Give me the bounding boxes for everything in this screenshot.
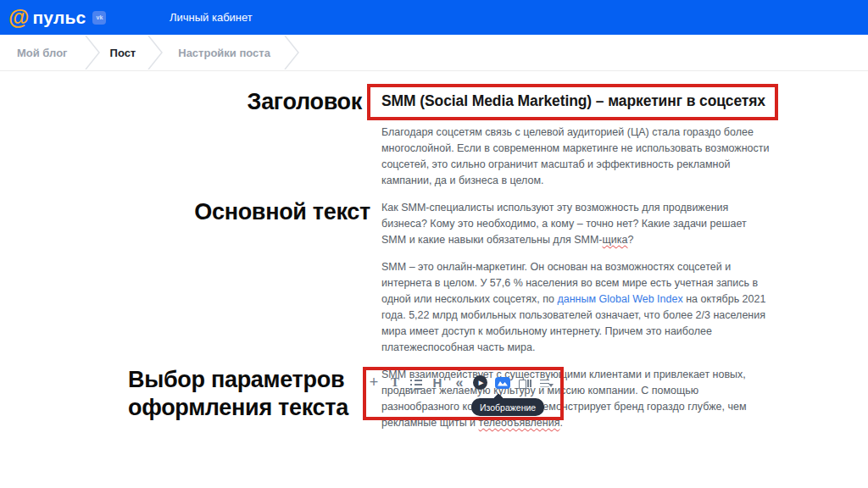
misspelled-word: телеобъявления xyxy=(479,417,560,429)
misspelled-word: щика xyxy=(603,234,628,246)
pulse-post-editor-screen: @ пульс vk Личный кабинет Мой блог Пост … xyxy=(0,0,868,488)
image-tooltip: Изображение xyxy=(471,398,544,416)
post-body-editor[interactable]: Благодаря соцсетям связь с целевой аудит… xyxy=(381,125,773,442)
quote-icon[interactable]: « xyxy=(452,376,465,390)
mailru-at-icon: @ xyxy=(8,7,29,28)
annotation-toolbar-label: Выбор параметров оформления текста xyxy=(128,366,348,422)
bulleted-list-icon[interactable] xyxy=(409,376,423,390)
annotation-toolbar-label-line2: оформления текста xyxy=(128,394,348,422)
breadcrumb-item-post[interactable]: Пост xyxy=(110,47,136,59)
annotation-toolbar-label-line1: Выбор параметров xyxy=(128,366,348,394)
text-icon[interactable]: T xyxy=(388,376,402,390)
post-paragraph[interactable]: Как SMM-специалисты используют эту возмо… xyxy=(381,200,773,248)
paragraph-text: . xyxy=(559,417,562,429)
breadcrumb-chevron-icon xyxy=(146,36,164,69)
paragraph-text: Благодаря соцсетям связь с целевой аудит… xyxy=(381,126,769,186)
post-title-field[interactable]: SMM (Social Media Marketing) – маркетинг… xyxy=(381,92,776,110)
image-icon[interactable] xyxy=(495,377,510,389)
pulse-logo[interactable]: @ пульс vk xyxy=(8,7,106,28)
breadcrumb-chevron-icon xyxy=(83,36,102,69)
video-icon[interactable]: ▶ xyxy=(473,375,487,390)
breadcrumb-item-my-blog[interactable]: Мой блог xyxy=(17,47,68,59)
post-paragraph[interactable]: Благодаря соцсетям связь с целевой аудит… xyxy=(381,125,773,189)
top-header-bar: @ пульс vk Личный кабинет xyxy=(0,0,868,35)
gallery-icon[interactable] xyxy=(518,376,531,390)
list-options-icon[interactable] xyxy=(539,376,553,390)
breadcrumb-chevron-icon xyxy=(282,36,301,69)
annotation-title-label: Заголовок xyxy=(248,88,362,116)
personal-cabinet-link[interactable]: Личный кабинет xyxy=(170,0,253,35)
add-block-icon[interactable]: + xyxy=(367,376,381,390)
paragraph-text: ? xyxy=(628,234,634,246)
breadcrumb-item-post-settings[interactable]: Настройки поста xyxy=(178,47,270,59)
post-paragraph[interactable]: SMM – это онлайн-маркетинг. Он основан н… xyxy=(381,259,773,356)
pulse-logo-text: пульс xyxy=(32,8,86,28)
annotation-body-label: Основной текст xyxy=(194,198,370,226)
paragraph-text: Как SMM-специалисты используют эту возмо… xyxy=(381,202,747,246)
heading-icon[interactable]: H xyxy=(431,376,444,390)
breadcrumb: Мой блог Пост Настройки поста xyxy=(0,35,868,71)
editor-toolbar: + T H « ▶ xyxy=(367,375,553,390)
vk-badge-icon: vk xyxy=(92,11,106,25)
inline-link[interactable]: данным Global Web Index xyxy=(557,293,682,305)
